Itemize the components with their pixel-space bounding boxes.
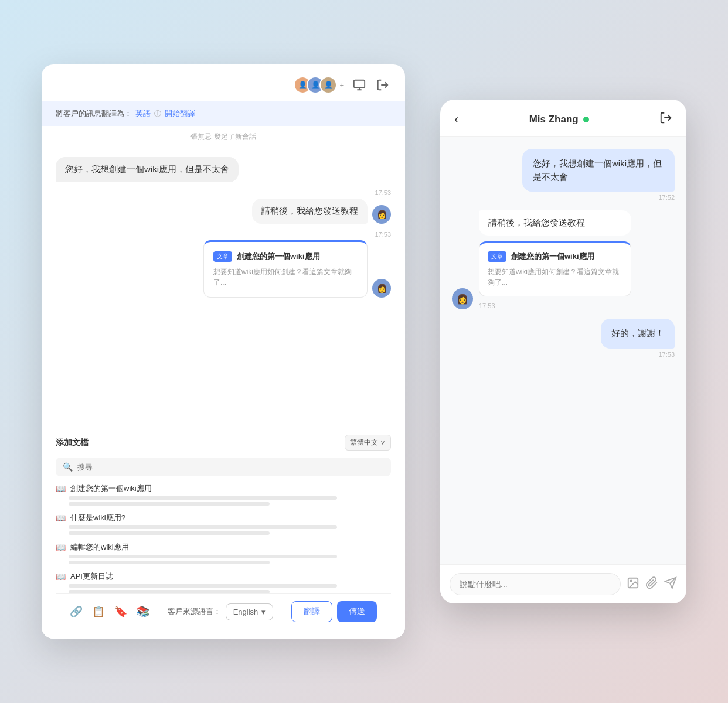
doc-panel: 添加文檔 繁體中文 ∨ 🔍 📖 創建您的第一個wiki應用 bbox=[42, 425, 405, 639]
customer-lang-row: 客戶來源語言： English ▾ bbox=[168, 603, 274, 620]
doc-line-1a bbox=[69, 496, 337, 500]
bottom-icons: 🔗 📋 🔖 📚 bbox=[70, 605, 149, 618]
mobile-input[interactable] bbox=[450, 573, 621, 595]
agent-avatar-2: 👩 bbox=[372, 279, 391, 298]
article-badge-1: 文章 bbox=[213, 251, 232, 262]
agent-panel: 👤 👤 👤 + 將客戶的訊息翻譯為： 英語 ⓘ 開始翻譯 張無忌 發起了新會話 bbox=[42, 64, 405, 639]
agent-message-2: 17:53 文章 創建您的第一個wiki應用 想要知道wiki應用如何創建？看這… bbox=[56, 231, 391, 298]
mobile-article-title: 創建您的第一個wiki應用 bbox=[511, 251, 594, 262]
avatar-more: + bbox=[339, 81, 344, 90]
doc-panel-header: 添加文檔 繁體中文 ∨ bbox=[56, 435, 391, 451]
note-icon[interactable]: 📋 bbox=[92, 605, 105, 618]
translation-help[interactable]: ⓘ bbox=[154, 109, 161, 119]
agent-avatar-1: 👩 bbox=[372, 205, 391, 224]
mobile-chat-area: 您好，我想創建一個wiki應用，但是不太會 17:52 👩 請稍後，我給您發送教… bbox=[440, 137, 686, 564]
doc-line-4a bbox=[69, 584, 337, 588]
doc-item-4[interactable]: 📖 API更新日誌 bbox=[56, 571, 391, 593]
agent-panel-header: 👤 👤 👤 + bbox=[42, 64, 405, 101]
doc-line-2a bbox=[69, 525, 337, 529]
article-card-header: 文章 創建您的第一個wiki應用 bbox=[213, 251, 358, 262]
doc-item-3[interactable]: 📖 編輯您的wiki應用 bbox=[56, 542, 391, 564]
attachment-icon[interactable] bbox=[645, 576, 658, 592]
doc-line-2b bbox=[69, 531, 270, 535]
mobile-msg-time-2: 17:53 bbox=[479, 302, 631, 309]
translation-prefix: 將客戶的訊息翻譯為： bbox=[56, 108, 132, 119]
translation-start-link[interactable]: 開始翻譯 bbox=[165, 108, 195, 119]
bottom-bar: 🔗 📋 🔖 📚 客戶來源語言： English ▾ 翻譯 傳送 bbox=[56, 593, 391, 629]
image-icon[interactable] bbox=[627, 576, 639, 592]
doc-icon-2: 📖 bbox=[56, 513, 66, 523]
mobile-chat-title: Mis Zhang bbox=[529, 114, 579, 125]
svg-point-4 bbox=[630, 580, 632, 582]
article-card-1[interactable]: 文章 創建您的第一個wiki應用 想要知道wiki應用如何創建？看這篇文章就夠了… bbox=[203, 240, 368, 298]
avatar-group: 👤 👤 👤 + bbox=[294, 76, 344, 94]
mobile-article-card[interactable]: 文章 創建您的第一個wiki應用 想要知道wiki應用如何創建？看這篇文章就夠了… bbox=[479, 241, 631, 296]
mobile-title-row: Mis Zhang bbox=[529, 114, 589, 125]
doc-title-1: 創建您的第一個wiki應用 bbox=[70, 483, 152, 494]
mobile-article-badge: 文章 bbox=[488, 251, 506, 262]
doc-icon-3: 📖 bbox=[56, 542, 66, 552]
action-buttons: 翻譯 傳送 bbox=[291, 601, 377, 622]
doc-title-4: API更新日誌 bbox=[70, 571, 113, 582]
mobile-customer-bubble-1: 您好，我想創建一個wiki應用，但是不太會 bbox=[522, 149, 675, 192]
mobile-customer-msg-1: 您好，我想創建一個wiki應用，但是不太會 17:52 bbox=[452, 149, 675, 201]
mobile-header: ‹ Mis Zhang bbox=[440, 100, 686, 137]
mobile-article-desc: 想要知道wiki應用如何創建？看這篇文章就夠了... bbox=[488, 267, 622, 288]
session-label: 張無忌 發起了新會話 bbox=[42, 126, 405, 148]
lang-dropdown-value: English bbox=[233, 608, 258, 616]
doc-item-1[interactable]: 📖 創建您的第一個wiki應用 bbox=[56, 483, 391, 506]
doc-line-3b bbox=[69, 561, 270, 564]
agent-bubble-1: 請稍後，我給您發送教程 bbox=[252, 199, 368, 224]
lang-dropdown[interactable]: English ▾ bbox=[226, 603, 274, 620]
mobile-customer-msg-2: 好的，謝謝！ 17:53 bbox=[452, 319, 675, 358]
translation-banner: 將客戶的訊息翻譯為： 英語 ⓘ 開始翻譯 bbox=[42, 101, 405, 126]
send-button[interactable]: 傳送 bbox=[337, 601, 377, 622]
search-box[interactable]: 🔍 bbox=[56, 458, 391, 476]
doc-line-4b bbox=[69, 590, 270, 593]
search-input[interactable] bbox=[77, 463, 384, 472]
mobile-msg-time-1: 17:52 bbox=[658, 194, 675, 201]
mobile-agent-avatar: 👩 bbox=[452, 288, 473, 309]
doc-line-1b bbox=[69, 502, 270, 506]
mobile-agent-messages: 請稍後，我給您發送教程 文章 創建您的第一個wiki應用 想要知道wiki應用如… bbox=[479, 210, 631, 309]
translation-lang-link[interactable]: 英語 bbox=[135, 108, 151, 119]
back-button[interactable]: ‹ bbox=[454, 112, 458, 127]
translate-button[interactable]: 翻譯 bbox=[291, 601, 332, 622]
exit-icon[interactable] bbox=[659, 111, 672, 127]
doc-line-3a bbox=[69, 555, 337, 558]
article-card-desc-1: 想要知道wiki應用如何創建？看這篇文章就夠了... bbox=[213, 267, 358, 288]
online-status-dot bbox=[583, 117, 589, 122]
logout-icon[interactable] bbox=[375, 77, 391, 93]
svg-rect-0 bbox=[354, 80, 365, 88]
avatar-3: 👤 bbox=[319, 76, 337, 94]
doc-title-3: 編輯您的wiki應用 bbox=[70, 542, 129, 552]
mobile-agent-bubble-1: 請稍後，我給您發送教程 bbox=[479, 210, 631, 236]
doc-panel-title: 添加文檔 bbox=[56, 438, 89, 448]
agent-message-1: 17:53 請稍後，我給您發送教程 👩 bbox=[56, 189, 391, 224]
book-icon[interactable]: 📚 bbox=[137, 605, 149, 618]
monitor-icon[interactable] bbox=[351, 77, 368, 93]
customer-bubble-1: 您好，我想創建一個wiki應用，但是不太會 bbox=[56, 157, 239, 182]
mobile-msg-time-3: 17:53 bbox=[658, 351, 675, 358]
mobile-customer-bubble-2: 好的，謝謝！ bbox=[601, 319, 675, 349]
doc-list: 📖 創建您的第一個wiki應用 📖 什麼是wiki應用? bbox=[56, 483, 391, 593]
search-icon: 🔍 bbox=[63, 462, 73, 472]
customer-message-1: 您好，我想創建一個wiki應用，但是不太會 bbox=[56, 157, 391, 182]
article-card-title-1: 創建您的第一個wiki應用 bbox=[237, 251, 320, 262]
msg-time-2: 17:53 bbox=[375, 231, 391, 238]
mobile-panel: ‹ Mis Zhang 您好，我想創建一個wiki應用，但是不太會 17:52 … bbox=[440, 100, 686, 603]
lang-dropdown-arrow: ▾ bbox=[261, 608, 266, 616]
msg-time-1: 17:53 bbox=[375, 189, 391, 196]
mobile-input-area bbox=[440, 564, 686, 603]
doc-icon-1: 📖 bbox=[56, 484, 66, 493]
send-icon[interactable] bbox=[664, 576, 677, 592]
doc-item-2[interactable]: 📖 什麼是wiki應用? bbox=[56, 513, 391, 535]
doc-icon-4: 📖 bbox=[56, 572, 66, 581]
mobile-article-header: 文章 創建您的第一個wiki應用 bbox=[488, 251, 622, 262]
customer-lang-label: 客戶來源語言： bbox=[168, 606, 221, 617]
doc-title-2: 什麼是wiki應用? bbox=[70, 513, 125, 523]
mobile-agent-group: 👩 請稍後，我給您發送教程 文章 創建您的第一個wiki應用 想要知道wiki應… bbox=[452, 210, 675, 309]
lang-selector[interactable]: 繁體中文 ∨ bbox=[345, 435, 391, 451]
bookmark-icon[interactable]: 🔖 bbox=[114, 605, 127, 618]
link-icon[interactable]: 🔗 bbox=[70, 605, 83, 618]
